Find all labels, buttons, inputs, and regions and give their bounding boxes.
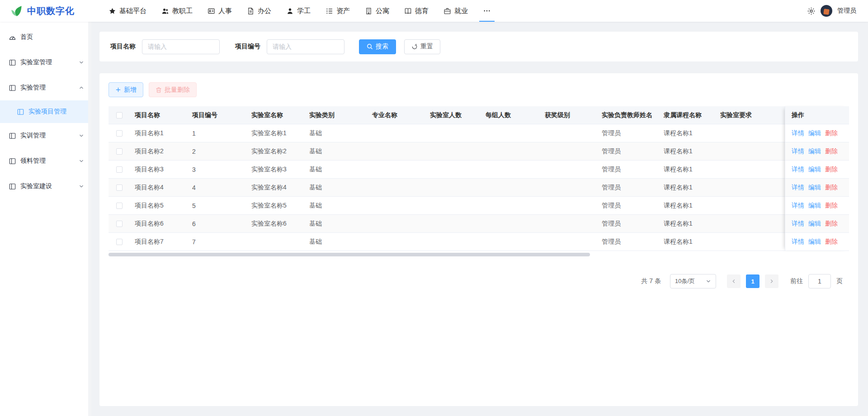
edit-link[interactable]: 编辑 <box>808 220 821 228</box>
table-row-7: 项目名称77基础管理员课程名称1 <box>108 233 849 251</box>
search-button-label: 搜索 <box>376 43 388 51</box>
row-checkbox[interactable] <box>116 203 123 209</box>
cell-name: 项目名称7 <box>130 238 188 246</box>
detail-link[interactable]: 详情 <box>792 202 804 210</box>
sidebar-item-6[interactable]: 实验室建设 <box>0 174 91 199</box>
detail-link[interactable]: 详情 <box>792 238 804 246</box>
current-user[interactable]: 管理员 <box>837 7 856 15</box>
hr-idcard-icon <box>208 8 215 14</box>
op-row-6: 详情编辑删除 <box>785 215 849 233</box>
job-briefcase-icon <box>444 8 451 14</box>
topnav-item-3[interactable]: 人事 <box>200 0 240 22</box>
horizontal-scrollbar[interactable] <box>108 253 590 256</box>
teachers-icon <box>162 8 169 14</box>
delete-link[interactable]: 删除 <box>825 220 838 228</box>
topnav-item-1[interactable]: 基础平台 <box>101 0 154 22</box>
topnav-item-10[interactable] <box>476 0 498 22</box>
edit-link[interactable]: 编辑 <box>808 202 821 210</box>
edit-link[interactable]: 编辑 <box>808 147 821 156</box>
column-header-4: 实验类别 <box>305 111 368 119</box>
edit-link[interactable]: 编辑 <box>808 129 821 137</box>
edit-link[interactable]: 编辑 <box>808 184 821 192</box>
table-toolbar: 新增 批量删除 <box>108 82 849 97</box>
cell-teacher: 管理员 <box>597 147 659 156</box>
row-checkbox[interactable] <box>116 239 123 245</box>
row-checkbox[interactable] <box>116 148 123 155</box>
project-code-label: 项目编号 <box>235 43 260 51</box>
sidebar-subitem-3-1[interactable]: 实验项目管理 <box>0 100 91 123</box>
sidebar-item-3[interactable]: 实验管理 <box>0 75 91 100</box>
edit-link[interactable]: 编辑 <box>808 238 821 246</box>
detail-link[interactable]: 详情 <box>792 147 804 156</box>
cell-teacher: 管理员 <box>597 184 659 192</box>
delete-link[interactable]: 删除 <box>825 184 838 192</box>
cell-type: 基础 <box>305 165 368 174</box>
topnav-item-4[interactable]: 办公 <box>240 0 279 22</box>
row-check-cell <box>108 239 130 245</box>
office-doc-icon <box>247 8 254 14</box>
sidebar-item-label: 实验室管理 <box>20 58 79 66</box>
next-page-button[interactable] <box>765 274 778 288</box>
topnav-item-label: 人事 <box>218 7 232 15</box>
select-all-cell <box>108 112 130 118</box>
batch-delete-button[interactable]: 批量删除 <box>149 82 197 97</box>
add-button[interactable]: 新增 <box>108 82 143 97</box>
detail-link[interactable]: 详情 <box>792 184 804 192</box>
topnav-item-2[interactable]: 教职工 <box>154 0 200 22</box>
sidebar-item-2[interactable]: 实验室管理 <box>0 50 91 75</box>
table-row-4: 项目名称44实验室名称4基础管理员课程名称1 <box>108 179 849 197</box>
op-row-5: 详情编辑删除 <box>785 197 849 215</box>
page-size-select[interactable]: 10条/页 <box>670 274 716 288</box>
project-code-input[interactable] <box>267 39 344 54</box>
sidebar-item-label: 首页 <box>20 33 84 41</box>
cell-code: 5 <box>188 202 247 209</box>
detail-link[interactable]: 详情 <box>792 165 804 174</box>
cell-course: 课程名称1 <box>659 220 716 228</box>
avatar[interactable] <box>821 5 832 17</box>
goto-page-input[interactable] <box>808 274 831 288</box>
edit-link[interactable]: 编辑 <box>808 165 821 174</box>
detail-link[interactable]: 详情 <box>792 129 804 137</box>
row-checkbox[interactable] <box>116 221 123 227</box>
topnav-item-9[interactable]: 就业 <box>436 0 476 22</box>
project-name-label: 项目名称 <box>110 43 136 51</box>
row-checkbox[interactable] <box>116 184 123 191</box>
table-row-6: 项目名称66实验室名称6基础管理员课程名称1 <box>108 215 849 233</box>
topnav-item-label: 办公 <box>258 7 271 15</box>
delete-link[interactable]: 删除 <box>825 238 838 246</box>
delete-link[interactable]: 删除 <box>825 147 838 156</box>
cell-teacher: 管理员 <box>597 238 659 246</box>
delete-link[interactable]: 删除 <box>825 202 838 210</box>
column-header-5: 专业名称 <box>368 111 425 119</box>
sidebar-item-4[interactable]: 实训管理 <box>0 123 91 148</box>
row-checkbox[interactable] <box>116 130 123 137</box>
select-all-checkbox[interactable] <box>116 112 123 118</box>
add-button-label: 新增 <box>124 86 137 94</box>
detail-link[interactable]: 详情 <box>792 220 804 228</box>
topnav-item-6[interactable]: 资产 <box>318 0 358 22</box>
search-button[interactable]: 搜索 <box>359 39 396 54</box>
leaf-logo-icon <box>10 4 24 18</box>
cell-type: 基础 <box>305 220 368 228</box>
cell-name: 项目名称6 <box>130 220 188 228</box>
top-navbar: 中职数字化 基础平台教职工人事办公学工资产公寓德育就业 管理员 <box>0 0 868 22</box>
sidebar-item-5[interactable]: 领料管理 <box>0 148 91 174</box>
reset-button[interactable]: 重置 <box>404 39 440 54</box>
topnav-item-8[interactable]: 德育 <box>397 0 436 22</box>
prev-page-button[interactable] <box>727 274 741 288</box>
goto-label: 前往 <box>790 277 803 285</box>
settings-gear-icon[interactable] <box>807 7 816 15</box>
project-name-input[interactable] <box>142 39 220 54</box>
column-header-7: 每组人数 <box>481 111 540 119</box>
delete-link[interactable]: 删除 <box>825 165 838 174</box>
pagination: 共 7 条 10条/页 1 前往 页 <box>108 274 849 288</box>
sidebar-item-1[interactable]: 首页 <box>0 24 91 50</box>
home-gauge-icon <box>9 34 16 41</box>
row-checkbox[interactable] <box>116 166 123 173</box>
delete-link[interactable]: 删除 <box>825 129 838 137</box>
cell-type: 基础 <box>305 147 368 156</box>
page-1-button[interactable]: 1 <box>746 274 760 288</box>
topnav-item-5[interactable]: 学工 <box>279 0 318 22</box>
topnav-item-7[interactable]: 公寓 <box>358 0 397 22</box>
op-row-4: 详情编辑删除 <box>785 179 849 197</box>
